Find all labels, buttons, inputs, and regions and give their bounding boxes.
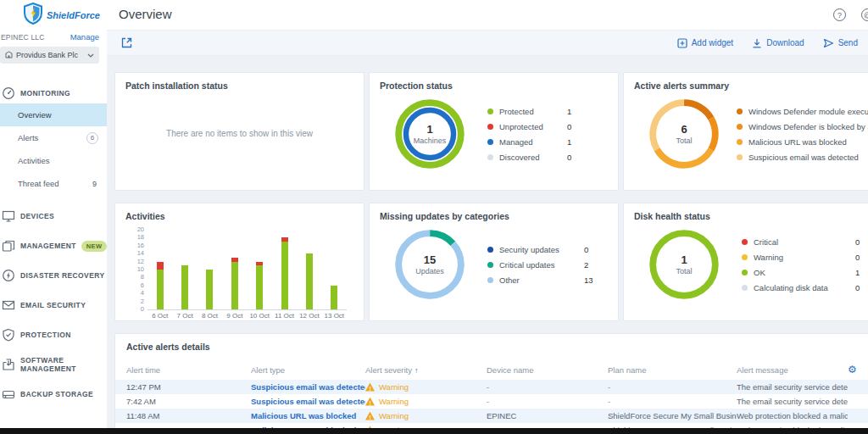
legend-dot (737, 139, 743, 145)
expand-dashboard-icon[interactable] (121, 37, 132, 48)
bar-segment[interactable] (281, 237, 288, 242)
sidebar-item-label: Activities (18, 156, 49, 165)
bar-segment[interactable] (206, 270, 213, 309)
alert-message-cell: Web protection blocked a malicious... (737, 411, 848, 420)
legend: Security updates0Critical updates2Other1… (487, 245, 593, 285)
column-device-name[interactable]: Device name (487, 365, 608, 375)
table-row[interactable]: 7:42 AMSuspicious email was detectedWarn… (115, 394, 868, 409)
column-plan-name[interactable]: Plan name (608, 365, 737, 375)
column-alert-severity[interactable]: Alert severity↑ (365, 365, 487, 375)
legend-label: Warning (754, 253, 855, 262)
sidebar-section-disaster-recovery[interactable]: DISASTER RECOVERY (0, 267, 107, 284)
table-body: 12:47 PMSuspicious email was detectedWar… (115, 380, 868, 434)
bar-segment[interactable] (231, 258, 238, 262)
donut-label: Machines (414, 136, 447, 145)
column-alert-time[interactable]: Alert time (126, 365, 251, 375)
sidebar-section-email-security[interactable]: EMAIL SECURITY (0, 297, 107, 314)
legend-item: Protected1 (487, 107, 571, 116)
alert-severity-cell: Warning (365, 411, 487, 420)
x-axis-tick-label: 9 Oct (226, 312, 242, 320)
add-widget-label: Add widget (692, 38, 733, 47)
alert-type-link[interactable]: Malicious URL was blocked (251, 411, 365, 420)
widget-title: Patch installation status (125, 81, 353, 91)
column-alert-type[interactable]: Alert type (251, 365, 365, 375)
alert-type-link[interactable]: Suspicious email was detected (251, 382, 365, 392)
legend-dot (737, 108, 743, 114)
alert-severity-cell: Warning (365, 397, 487, 406)
tenant-selector[interactable]: Providus Bank Plc (0, 47, 99, 64)
send-label: Send (838, 38, 858, 47)
device-name-cell: EPINEC (487, 411, 608, 420)
donut-value: 6 (681, 123, 687, 136)
sidebar-section-management[interactable]: MANAGEMENT NEW (0, 237, 107, 254)
send-button[interactable]: Send (823, 38, 858, 48)
bar-segment[interactable] (281, 242, 288, 309)
bolt-circle-icon (2, 269, 15, 282)
sidebar-section-monitoring[interactable]: MONITORING (0, 85, 107, 102)
section-label: DISASTER RECOVERY (20, 271, 105, 280)
gauge-icon (2, 86, 15, 100)
bar-segment[interactable] (157, 262, 164, 270)
legend-label: Other (499, 275, 584, 285)
plan-name-cell: ShieldForce Secure My Small Busine... (608, 411, 737, 420)
widget-patch-installation-status: Patch installation status There are no i… (114, 72, 364, 191)
sidebar-item-label: Alerts (18, 133, 38, 142)
legend-label: OK (754, 268, 855, 277)
x-axis-tick-label: 6 Oct (152, 312, 168, 320)
envelope-icon (2, 298, 15, 312)
legend-item: Malicious URL was blocked2 (737, 137, 868, 147)
legend-label: Critical (754, 237, 855, 247)
sidebar-item-overview[interactable]: Overview (0, 103, 107, 126)
sidebar-item-label: Overview (18, 110, 52, 120)
help-icon[interactable]: ? (833, 8, 846, 21)
section-label: DEVICES (20, 212, 54, 220)
account-icon[interactable]: @ (861, 8, 868, 21)
bar-segment[interactable] (231, 262, 238, 309)
alert-message-cell: The email security service detected ... (737, 382, 848, 392)
section-label: PROTECTION (20, 331, 71, 339)
activities-bar-chart: 024681012141618206 Oct7 Oct8 Oct9 Oct10 … (127, 228, 352, 321)
brand-name: ShieldForce (47, 10, 100, 20)
sidebar-section-devices[interactable]: DEVICES (0, 208, 107, 225)
legend-dot (487, 154, 493, 160)
legend-dot (742, 285, 748, 291)
column-alert-message[interactable]: Alert message (737, 365, 848, 375)
sidebar-section-backup-storage[interactable]: BACKUP STORAGE (0, 386, 107, 403)
legend-label: Windows Defender is blocked by a th... (748, 122, 868, 131)
bar-segment[interactable] (331, 286, 337, 309)
bar-segment[interactable] (157, 270, 164, 309)
x-axis-tick-label: 11 Oct (275, 312, 294, 320)
brand-logo[interactable]: ShieldForce (0, 0, 107, 31)
legend-value: 0 (855, 253, 860, 262)
legend-dot (742, 239, 748, 245)
table-row[interactable]: 12:47 PMSuspicious email was detectedWar… (115, 380, 868, 394)
device-name-cell: - (487, 397, 608, 406)
alert-type-link[interactable]: Suspicious email was detected (251, 397, 365, 406)
bar-segment[interactable] (256, 265, 263, 309)
missing-updates-donut-chart: 15 Updates (391, 225, 469, 303)
legend-label: Unprotected (499, 122, 567, 131)
sidebar-nav: MONITORING Overview Alerts 6 Activities … (0, 85, 107, 403)
shield-check-icon (2, 328, 15, 342)
bar-segment[interactable] (256, 262, 263, 266)
donut-label: Updates (415, 267, 444, 275)
legend-item: Suspicious email was detected2 (737, 153, 868, 162)
bar-segment[interactable] (306, 253, 313, 309)
widget-disk-health: Disk health status 1 Total Critical0Warn… (623, 203, 868, 321)
legend-label: Protected (499, 107, 567, 116)
sidebar-item-activities[interactable]: Activities (0, 149, 107, 172)
download-button[interactable]: Download (752, 38, 804, 48)
manage-link[interactable]: Manage (70, 32, 99, 42)
sidebar-section-protection[interactable]: PROTECTION (0, 326, 107, 343)
legend-value: 0 (855, 237, 860, 247)
bar-segment[interactable] (181, 265, 188, 309)
sidebar-item-alerts[interactable]: Alerts 6 (0, 126, 107, 149)
add-widget-button[interactable]: Add widget (677, 38, 733, 48)
y-axis-tick-label: 16 (127, 242, 144, 249)
widget-title: Active alerts summary (634, 81, 866, 91)
section-label: SOFTWARE MANAGEMENT (20, 356, 80, 373)
table-settings-gear-icon[interactable]: ⚙ (848, 364, 866, 375)
sidebar-item-threat-feed[interactable]: Threat feed 9 (0, 172, 107, 195)
table-row[interactable]: 11:48 AMMalicious URL was blockedWarning… (115, 409, 868, 423)
sidebar-section-software-management[interactable]: SOFTWARE MANAGEMENT (0, 356, 107, 373)
